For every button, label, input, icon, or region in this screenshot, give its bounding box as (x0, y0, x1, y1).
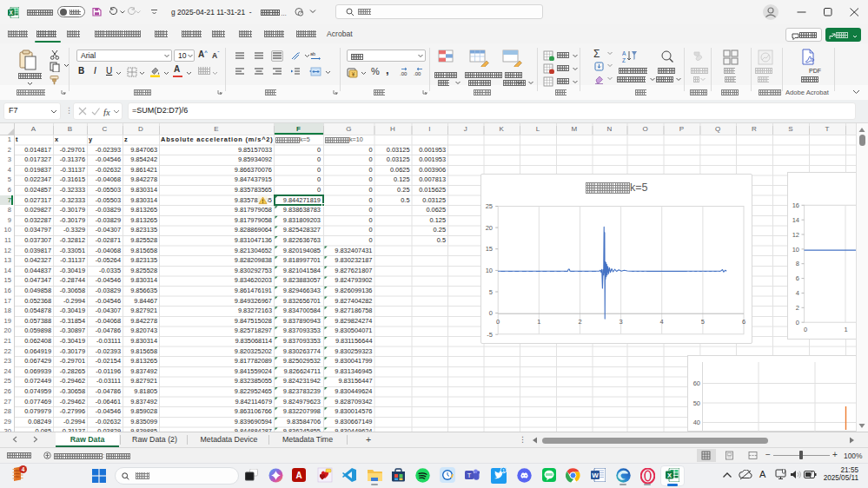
svg-text:50: 50 (693, 399, 700, 407)
svg-text:0: 0 (803, 326, 806, 333)
svg-text:6: 6 (741, 318, 745, 326)
svg-text:15: 15 (485, 245, 492, 253)
svg-text:W: W (592, 472, 599, 479)
svg-text:4: 4 (22, 466, 25, 472)
svg-text:1: 1 (502, 468, 505, 473)
svg-text:T: T (467, 472, 472, 479)
svg-text:10: 10 (792, 246, 798, 254)
svg-text:5: 5 (700, 318, 704, 326)
svg-text:20: 20 (485, 224, 492, 232)
svg-text:1: 1 (537, 318, 540, 326)
svg-text:0: 0 (488, 309, 492, 317)
svg-text:4: 4 (795, 289, 798, 297)
svg-text:-5: -5 (487, 331, 493, 339)
svg-text:3: 3 (619, 318, 622, 326)
svg-text:1: 1 (844, 326, 847, 333)
svg-text:0: 0 (795, 319, 798, 326)
svg-text:12: 12 (792, 231, 798, 239)
svg-text:6: 6 (795, 274, 798, 282)
svg-text:A: A (295, 471, 301, 480)
svg-text:16: 16 (792, 201, 798, 209)
svg-text:5: 5 (488, 288, 492, 296)
svg-text:X: X (667, 472, 672, 479)
svg-text:0: 0 (496, 318, 500, 326)
svg-text:25: 25 (485, 202, 492, 210)
svg-text:8: 8 (795, 260, 798, 267)
svg-text:10: 10 (485, 267, 492, 274)
svg-text:2: 2 (795, 304, 798, 312)
svg-text:4: 4 (659, 318, 663, 326)
svg-text:14: 14 (792, 216, 798, 224)
svg-text:40: 40 (693, 419, 700, 426)
svg-text:2: 2 (578, 318, 581, 326)
svg-text:60: 60 (693, 379, 700, 387)
